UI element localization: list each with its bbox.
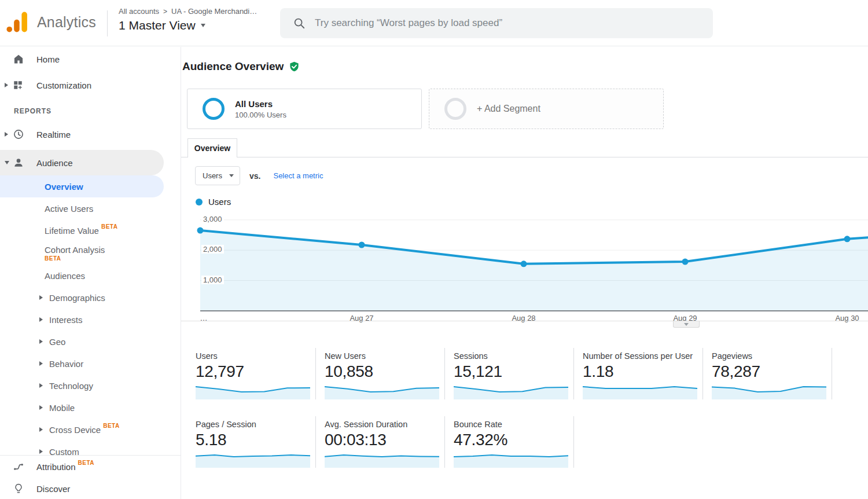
sidebar-item-label: Interests: [49, 315, 83, 325]
secured-shield-check-icon: [289, 61, 300, 72]
sidebar-item-customization[interactable]: Customization: [0, 71, 181, 99]
metric-value: 00:03:13: [325, 431, 444, 449]
metric-card-sessions[interactable]: Sessions15,121: [454, 348, 574, 399]
sidebar-item-geo[interactable]: Geo: [0, 331, 181, 353]
sidebar-item-label: Attribution: [36, 462, 76, 472]
product-name: Analytics: [37, 14, 96, 31]
sidebar-item-label: Realtime: [36, 130, 71, 140]
view-selector[interactable]: 1 Master View: [119, 19, 257, 32]
sidebar-item-audiences[interactable]: Audiences: [0, 265, 181, 287]
sidebar-item-discover[interactable]: Discover: [0, 478, 181, 499]
metric-label: Pageviews: [712, 351, 832, 361]
chevron-right-icon[interactable]: [39, 405, 43, 410]
chevron-right-icon[interactable]: [5, 132, 8, 137]
sparkline: [712, 384, 826, 399]
attribution-icon: [13, 461, 24, 472]
sidebar-item-overview[interactable]: Overview: [0, 175, 164, 197]
metric-card-users[interactable]: Users12,797: [196, 348, 316, 399]
sidebar-item-cohort-analysis[interactable]: Cohort AnalysisBETA: [0, 241, 181, 265]
chevron-right-icon[interactable]: [39, 361, 43, 366]
sparkline: [196, 384, 310, 399]
chevron-down-icon: [201, 24, 205, 27]
segment-subtitle: 100.00% Users: [235, 111, 286, 119]
sidebar-item-label: Mobile: [49, 403, 75, 413]
app-header: Analytics All accounts > UA - Google Mer…: [0, 0, 868, 46]
metric-value: 15,121: [454, 362, 573, 381]
sidebar-item-attribution[interactable]: AttributionBETA: [0, 456, 181, 478]
beta-badge: BETA: [78, 460, 94, 466]
segment-ring-icon: [203, 98, 225, 120]
sidebar-item-interests[interactable]: Interests: [0, 309, 181, 331]
sidebar-item-demographics[interactable]: Demographics: [0, 287, 181, 309]
metric-value: 1.18: [583, 362, 703, 381]
sidebar-item-label: Discover: [36, 484, 70, 494]
metric-card-number-of-sessions-per-user[interactable]: Number of Sessions per User1.18: [583, 348, 703, 399]
users-area-chart[interactable]: 1,0002,0003,000…Aug 27Aug 28Aug 29Aug 30: [200, 212, 868, 311]
metric-value: 78,287: [712, 362, 832, 381]
chevron-right-icon[interactable]: [5, 83, 8, 87]
select-a-metric-link[interactable]: Select a metric: [273, 171, 323, 180]
beta-badge: BETA: [101, 223, 117, 230]
home-icon: [13, 53, 24, 65]
analytics-logo[interactable]: Analytics: [6, 12, 96, 32]
sparkline: [196, 453, 310, 468]
metric-label: Bounce Rate: [454, 420, 573, 429]
segment-all-users[interactable]: All Users 100.00% Users: [187, 89, 422, 129]
breadcrumb-property[interactable]: UA - Google Merchandi…: [171, 7, 257, 16]
sidebar-item-home[interactable]: Home: [0, 47, 181, 71]
data-point: [521, 260, 527, 267]
sidebar-item-cross-device[interactable]: Cross DeviceBETA: [0, 419, 181, 441]
data-point: [359, 242, 365, 248]
add-segment-button[interactable]: + Add Segment: [429, 89, 664, 129]
add-segment-ring-icon: [444, 98, 466, 120]
header-divider: [107, 10, 108, 36]
chevron-right-icon[interactable]: [39, 339, 43, 344]
data-point: [682, 259, 689, 265]
sparkline: [583, 384, 697, 399]
sidebar-item-active-users[interactable]: Active Users: [0, 197, 181, 219]
area-fill: [200, 230, 868, 311]
metric-label: New Users: [325, 351, 444, 361]
metric-value: 47.32%: [454, 431, 573, 449]
search-input[interactable]: [315, 17, 685, 29]
data-point: [844, 236, 851, 242]
metric-dropdown[interactable]: Users: [195, 166, 240, 185]
metric-dropdown-value: Users: [203, 171, 222, 180]
sidebar-item-lifetime-value[interactable]: Lifetime ValueBETA: [0, 219, 181, 241]
sidebar-item-label: Lifetime Value: [45, 226, 99, 236]
analytics-logo-icon: [6, 12, 29, 32]
search-bar[interactable]: [280, 8, 713, 38]
chevron-down-icon[interactable]: [5, 161, 9, 164]
metric-card-pages-session[interactable]: Pages / Session5.18: [196, 416, 316, 468]
chevron-right-icon[interactable]: [39, 427, 43, 432]
chevron-right-icon[interactable]: [39, 295, 43, 300]
metric-cards-row-1: Users12,797New Users10,858Sessions15,121…: [196, 348, 841, 399]
chart-expander-button[interactable]: [673, 321, 700, 328]
metric-card-bounce-rate[interactable]: Bounce Rate47.32%: [454, 416, 574, 468]
chevron-right-icon[interactable]: [39, 449, 43, 454]
page-title-row: Audience Overview: [182, 60, 300, 73]
sidebar-item-mobile[interactable]: Mobile: [0, 397, 181, 419]
sidebar-item-behavior[interactable]: Behavior: [0, 353, 181, 375]
sidebar-item-label: Home: [36, 54, 60, 64]
metric-card-avg-session-duration[interactable]: Avg. Session Duration00:03:13: [325, 416, 445, 468]
sidebar-item-technology[interactable]: Technology: [0, 375, 181, 397]
view-selector-label: 1 Master View: [119, 19, 196, 32]
breadcrumb-all-accounts[interactable]: All accounts: [119, 7, 159, 16]
sparkline: [454, 453, 568, 468]
tab-strip-border: [181, 157, 868, 157]
metric-value: 5.18: [196, 431, 315, 449]
metric-card-pageviews[interactable]: Pageviews78,287: [712, 348, 832, 399]
sidebar-item-realtime[interactable]: Realtime: [0, 122, 181, 146]
chevron-right-icon[interactable]: [39, 317, 43, 322]
metric-value: 12,797: [196, 362, 315, 381]
tab-overview[interactable]: Overview: [187, 138, 237, 157]
segment-title: All Users: [235, 99, 286, 109]
sidebar-item-audience[interactable]: Audience: [0, 150, 164, 175]
chevron-down-icon: [684, 323, 689, 326]
chevron-right-icon[interactable]: [39, 383, 43, 388]
metric-label: Number of Sessions per User: [583, 351, 703, 361]
metric-card-new-users[interactable]: New Users10,858: [325, 348, 445, 399]
sidebar-section-reports: REPORTS: [0, 99, 181, 122]
sidebar-item-label: Behavior: [49, 359, 83, 369]
